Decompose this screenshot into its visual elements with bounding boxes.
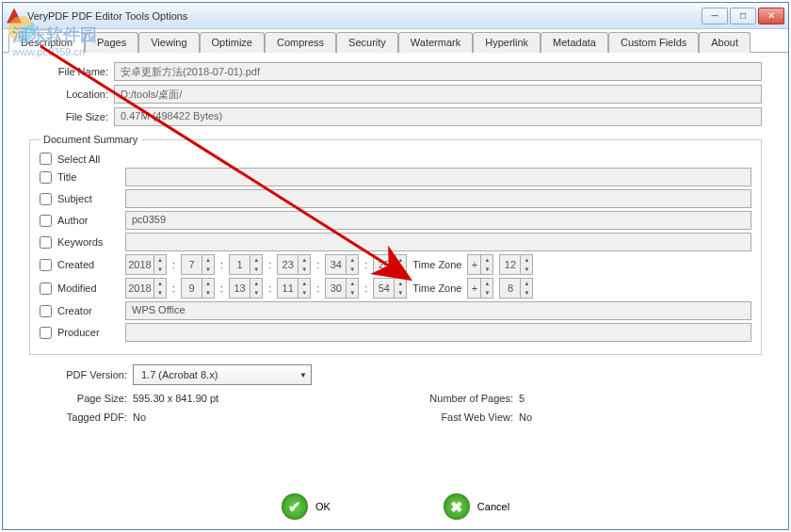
chevron-up-icon[interactable]: ▲ [250, 255, 262, 265]
x-icon [444, 493, 470, 520]
created-label: Created [52, 259, 125, 270]
cancel-button[interactable]: Cancel [444, 493, 509, 520]
spinner[interactable]: 8▲▼ [499, 278, 533, 298]
chevron-down-icon[interactable]: ▼ [202, 288, 214, 298]
producer-checkbox[interactable] [40, 327, 52, 339]
spinner[interactable]: 13▲▼ [229, 278, 263, 298]
chevron-up-icon[interactable]: ▲ [202, 279, 214, 288]
tab-description[interactable]: Description [8, 32, 85, 53]
spinner[interactable]: +▲▼ [467, 254, 493, 275]
spinner[interactable]: 12▲▼ [499, 254, 533, 275]
chevron-down-icon[interactable]: ▼ [154, 288, 166, 298]
subject-label: Subject [52, 193, 125, 204]
tagged-pdf-label: Tagged PDF: [29, 411, 133, 423]
tab-about[interactable]: About [699, 32, 751, 53]
tab-viewing[interactable]: Viewing [138, 32, 199, 53]
chevron-down-icon[interactable]: ▼ [347, 288, 358, 298]
title-field[interactable] [125, 168, 751, 186]
chevron-down-icon[interactable]: ▼ [395, 265, 406, 274]
chevron-up-icon[interactable]: ▲ [347, 255, 358, 265]
chevron-up-icon[interactable]: ▲ [395, 279, 406, 288]
chevron-down-icon[interactable]: ▼ [250, 265, 262, 274]
spinner[interactable]: +▲▼ [467, 278, 493, 298]
chevron-down-icon[interactable]: ▼ [202, 265, 214, 274]
chevron-up-icon[interactable]: ▲ [521, 279, 532, 288]
num-pages-label: Number of Pages: [396, 393, 519, 404]
created-checkbox[interactable] [40, 259, 52, 271]
tab-security[interactable]: Security [336, 32, 398, 53]
title-label: Title [52, 171, 125, 183]
check-icon [282, 493, 308, 520]
chevron-down-icon[interactable]: ▼ [521, 265, 532, 274]
tab-metadata[interactable]: Metadata [541, 32, 608, 53]
titlebar: VeryPDF PDF Editor Tools Options ─ □ ✕ [3, 3, 788, 29]
creator-checkbox[interactable] [40, 305, 52, 317]
chevron-down-icon[interactable]: ▼ [299, 288, 310, 298]
fast-web-value: No [519, 411, 594, 423]
tab-custom-fields[interactable]: Custom Fields [608, 32, 699, 53]
tab-hyperlink[interactable]: Hyperlink [473, 32, 541, 53]
select-all-label: Select All [52, 153, 125, 165]
chevron-up-icon[interactable]: ▲ [250, 279, 262, 288]
chevron-up-icon[interactable]: ▲ [347, 279, 358, 288]
spinner[interactable]: 11▲▼ [277, 278, 311, 298]
chevron-up-icon[interactable]: ▲ [521, 255, 532, 265]
tab-pages[interactable]: Pages [85, 32, 138, 53]
chevron-up-icon[interactable]: ▲ [481, 255, 492, 265]
tabs: DescriptionPagesViewingOptimizeCompressS… [3, 29, 788, 53]
content: File Name: 安卓更新方法(2018-07-01).pdf Locati… [3, 53, 788, 423]
chevron-up-icon[interactable]: ▲ [395, 255, 406, 265]
file-size-field: 0.47M (498422 Bytes) [114, 107, 762, 126]
author-field[interactable]: pc0359 [125, 211, 751, 230]
chevron-up-icon[interactable]: ▲ [154, 279, 166, 288]
chevron-up-icon[interactable]: ▲ [299, 279, 310, 288]
chevron-down-icon[interactable]: ▼ [481, 288, 492, 298]
tab-optimize[interactable]: Optimize [200, 32, 265, 53]
ok-label: OK [315, 501, 331, 512]
spinner[interactable]: 2018▲▼ [125, 278, 167, 298]
tab-compress[interactable]: Compress [265, 32, 336, 53]
spinner[interactable]: 54▲▼ [373, 278, 407, 298]
creator-field[interactable]: WPS Office [125, 301, 751, 320]
chevron-down-icon[interactable]: ▼ [299, 265, 310, 274]
chevron-down-icon[interactable]: ▼ [250, 288, 262, 298]
keywords-checkbox[interactable] [40, 236, 52, 249]
chevron-up-icon[interactable]: ▲ [299, 255, 310, 265]
modified-checkbox[interactable] [40, 282, 52, 295]
title-checkbox[interactable] [40, 171, 52, 184]
author-checkbox[interactable] [40, 215, 52, 227]
creator-label: Creator [52, 305, 125, 316]
spinner[interactable]: 7▲▼ [181, 254, 215, 275]
select-all-checkbox[interactable] [40, 153, 52, 165]
spinner[interactable]: 23▲▼ [277, 254, 311, 275]
spinner[interactable]: 2018▲▼ [125, 254, 167, 275]
num-pages-value: 5 [519, 393, 594, 404]
chevron-down-icon[interactable]: ▼ [481, 265, 492, 274]
chevron-down-icon[interactable]: ▼ [154, 265, 166, 274]
chevron-up-icon[interactable]: ▲ [154, 255, 166, 265]
tab-watermark[interactable]: Watermark [398, 32, 473, 53]
close-button[interactable]: ✕ [758, 8, 784, 24]
chevron-up-icon[interactable]: ▲ [481, 279, 492, 288]
file-name-field: 安卓更新方法(2018-07-01).pdf [114, 62, 762, 81]
ok-button[interactable]: OK [282, 493, 331, 520]
modified-label: Modified [52, 282, 125, 294]
subject-field[interactable] [125, 189, 751, 208]
chevron-down-icon[interactable]: ▼ [521, 288, 532, 298]
spinner[interactable]: 34▲▼ [325, 254, 359, 275]
spinner[interactable]: 30▲▼ [325, 278, 359, 298]
footer: OK Cancel [3, 493, 788, 520]
chevron-down-icon[interactable]: ▼ [347, 265, 358, 274]
minimize-button[interactable]: ─ [702, 8, 728, 24]
maximize-button[interactable]: □ [730, 8, 756, 24]
producer-field[interactable] [125, 323, 751, 342]
spinner[interactable]: 25▲▼ [373, 254, 407, 275]
pdf-version-dropdown[interactable]: 1.7 (Acrobat 8.x) ▼ [133, 364, 312, 385]
spinner[interactable]: 9▲▼ [181, 278, 215, 298]
spinner[interactable]: 1▲▼ [229, 254, 263, 275]
file-size-label: File Size: [29, 111, 114, 122]
subject-checkbox[interactable] [40, 193, 52, 205]
chevron-up-icon[interactable]: ▲ [202, 255, 214, 265]
keywords-field[interactable] [125, 233, 751, 251]
chevron-down-icon[interactable]: ▼ [395, 288, 406, 298]
